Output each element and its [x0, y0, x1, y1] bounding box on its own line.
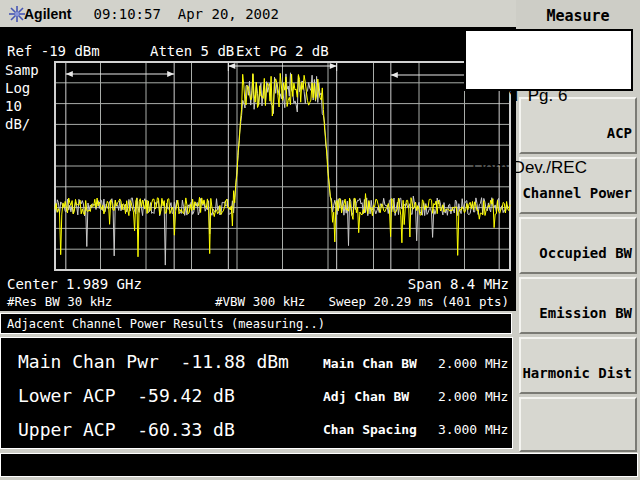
setting-value: 2.000 MHz [438, 356, 508, 371]
span-label: Span 8.4 MHz [408, 277, 509, 291]
status-bar: Adjacent Channel Power Results (measurin… [0, 313, 512, 334]
bottom-message-strip [0, 453, 638, 477]
setting-label: Chan Spacing [323, 422, 417, 437]
ext-pg-label: Ext PG 2 dB [236, 44, 329, 58]
atten-label: Atten 5 dB [150, 44, 234, 58]
vbw-label: #VBW 300 kHz [215, 295, 305, 308]
popup-line1: Ex. N Pg. 6 [472, 84, 631, 108]
status-message: Adjacent Channel Power Results (measurin… [7, 317, 325, 331]
scale-unit-label: dB/ [5, 117, 30, 131]
popup-line2: Dom Dev./REC [472, 156, 631, 180]
spectrum-plot [0, 27, 516, 311]
res-bw-label: #Res BW 30 kHz [7, 295, 112, 308]
setting-label: Adj Chan BW [323, 389, 409, 404]
results-panel: Main Chan Pwr -11.88 dBm Lower ACP -59.4… [0, 337, 513, 449]
softkey-emission-bw[interactable]: Emission BW [519, 277, 637, 334]
softkey-occupied-bw[interactable]: Occupied BW [519, 217, 637, 274]
setting-label: Main Chan BW [323, 356, 417, 371]
softkey-harmonic-dist[interactable]: Harmonic Dist [519, 337, 637, 394]
ref-level-label: Ref -19 dBm [7, 44, 100, 58]
result-row: Lower ACP -59.42 dB [18, 385, 235, 406]
brand-label: Agilent [24, 6, 71, 22]
setting-value: 2.000 MHz [438, 389, 508, 404]
softkey-blank[interactable] [519, 397, 637, 452]
result-row: Main Chan Pwr -11.88 dBm [18, 351, 289, 372]
datetime-label: 09:10:57 Apr 20, 2002 [93, 6, 278, 22]
agilent-logo-icon [8, 5, 26, 23]
setting-value: 3.000 MHz [438, 422, 508, 437]
center-freq-label: Center 1.989 GHz [7, 277, 142, 291]
message-popup: Ex. N Pg. 6 Dom Dev./REC [464, 29, 633, 91]
sweep-label: Sweep 20.29 ms (401 pts) [328, 295, 509, 308]
scale-type-label: Log [5, 81, 30, 95]
detector-label: Samp [5, 63, 39, 77]
scale-value-label: 10 [5, 99, 22, 113]
menu-title: Measure [516, 7, 640, 25]
result-row: Upper ACP -60.33 dB [18, 419, 235, 440]
